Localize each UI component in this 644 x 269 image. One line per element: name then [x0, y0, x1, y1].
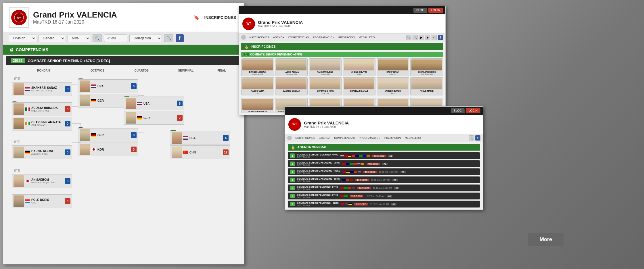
agenda-event-info-1: COMBATE SENIOR FEMENINO -49KG CONTINUING: [297, 153, 338, 158]
agenda-event-name-2: COMBATE SENIOR MASCULINO -80KG: [297, 162, 340, 164]
shahbazi-ov-photo: [344, 78, 374, 89]
overlay1-login-btn[interactable]: LOGIN: [428, 8, 443, 13]
nav2-agenda[interactable]: AGENDA: [318, 136, 331, 140]
division-select[interactable]: Division...: [9, 34, 36, 42]
agenda-row-5: 5 COMBATE SENIOR FEMENINO -57KG CONTINUI…: [288, 185, 480, 191]
agenda-row-4: 4 COMBATE SENIOR MASCULINO -58KG CONTINU…: [288, 176, 480, 183]
agenda-content: 🏅 AGENDA GENERAL 1 COMBATE SENIOR FEMENI…: [285, 142, 483, 210]
agenda-time-3: 09:00 AM - 04:15 PM: [379, 171, 398, 173]
final-b-score: 12: [223, 149, 229, 155]
delegacion-select[interactable]: Delegacion...: [129, 34, 162, 42]
agenda-event-sub-5: CONTINUING: [297, 188, 338, 190]
overlay2-blog-btn[interactable]: BLOG: [451, 108, 465, 113]
rados-photo: [242, 78, 273, 89]
overlay2-login-btn[interactable]: LOGIN: [466, 108, 480, 113]
overlay2-subtitle: MasTKD 16-17 Jan 2020: [304, 125, 349, 128]
more-button[interactable]: More: [528, 233, 564, 246]
nivel-select[interactable]: Nivel...: [68, 34, 90, 42]
brandi-country: Afganistán (71): [242, 73, 273, 75]
nav2-competencias[interactable]: COMPETENCIAS: [333, 136, 356, 140]
charlene-name: CHARLENE AMINATA: [31, 121, 61, 124]
nav-premiacion[interactable]: PREMIACION: [337, 35, 356, 39]
overlay-agenda: BLOG LOGIN WT Grand Prix VALENCIA MasTKD…: [285, 106, 483, 210]
nav2-programacion[interactable]: PROGRAMACION: [358, 136, 382, 140]
round-label-r5: RONDA 5: [12, 69, 75, 72]
nav-inscripciones[interactable]: INSCRIPCIONES: [248, 35, 270, 39]
flag-mini-6: [359, 155, 363, 157]
agenda-row-6: 6 COMBATE SENIOR FEMENINO -67KG CONTINUI…: [288, 193, 480, 199]
overlay1-search3[interactable]: ▶: [419, 35, 424, 40]
an-name: AN SAEBOM: [31, 178, 57, 181]
hadzic-info: HADZIC ALEMA ALE (20 : 0 KG): [31, 149, 53, 155]
agenda-num-1: 1: [290, 153, 295, 158]
print-icon: 🖨: [9, 47, 14, 52]
agenda-event-name-6: COMBATE SENIOR FEMENINO -67KG: [297, 194, 338, 196]
acosta-name: ACOSTA BRISEIDA: [31, 106, 58, 109]
search-button-2[interactable]: 🔍: [164, 34, 173, 42]
overlay1-search5[interactable]: ···: [432, 35, 437, 40]
nav-icon-1: [241, 35, 246, 40]
overlay2-fb[interactable]: f: [475, 135, 480, 141]
overlay2-search[interactable]: 🔍: [469, 135, 474, 141]
pole-info: POLE DORIS CRO: [31, 198, 49, 204]
pole-name: POLE DORIS: [31, 198, 49, 201]
hadoc-name: HADOC ALEMA: [276, 71, 307, 73]
search-button-1[interactable]: 🔍: [93, 34, 102, 42]
agenda-date-1: TUE 3 DEC: [372, 155, 386, 157]
flag-mini-5-3: [348, 187, 351, 189]
hadzic-detail: ALE (20 : 0 KG): [31, 153, 53, 155]
nav-medallero[interactable]: MEDALLERO: [358, 35, 376, 39]
agenda-flags-4: [342, 179, 353, 181]
round-label-semifinal: SEMIFINAL: [164, 69, 208, 72]
overlay1-blog-btn[interactable]: BLOG: [413, 8, 427, 13]
ger-flag-1: [25, 151, 30, 154]
nav2-inscripciones[interactable]: INSCRIPCIONES: [294, 136, 316, 140]
athlete-cad: CAD POLYAN Côte d'...: [377, 58, 409, 76]
atleta-input[interactable]: [104, 34, 127, 42]
cat1-num: 1: [244, 53, 249, 56]
top-right-actions: 🔖 INSCRIPCIONES: [193, 14, 238, 21]
overlay2-nav: INSCRIPCIONES AGENDA COMPETENCIAS PROGRA…: [285, 134, 483, 142]
overlay1-search4[interactable]: ▶: [425, 35, 430, 40]
overlay1-fb[interactable]: f: [438, 35, 443, 40]
nav-agenda[interactable]: AGENDA: [272, 35, 285, 39]
inscripciones-section: 🏅 INSCRIPCIONES: [241, 43, 443, 50]
agenda-date-2: TUE 3 DEC: [367, 163, 380, 165]
overlay1-content: 🏅 INSCRIPCIONES 1 COMBATE SENIOR FEMENIN…: [239, 41, 445, 113]
nav2-medallero[interactable]: MEDALLERO: [404, 136, 422, 140]
castro-photo: [276, 78, 307, 89]
flag-mini-7: [363, 155, 366, 157]
acosta-ov-name: ACOSTA BRISEIDA: [242, 110, 273, 113]
flag-mini-2-1: [342, 163, 346, 165]
oct-2b-score: 0: [131, 147, 137, 152]
mex-flag-1: [25, 107, 30, 111]
cuartos-1a-name: USA: [143, 102, 150, 105]
nav-programacion[interactable]: PROGRAMACION: [312, 35, 336, 39]
charlene-photo: [14, 118, 24, 129]
agenda-num-7: 7: [290, 202, 295, 206]
genero-select[interactable]: Genero...: [39, 34, 65, 42]
player-charlene: CHARLENE AMINATA CÔT.DE.MAR... 0: [12, 117, 72, 130]
inscripciones-button[interactable]: INSCRIPCIONES: [202, 14, 238, 21]
overlay1-search[interactable]: 🔍: [406, 35, 411, 40]
cuartos-player-1a: USA 8: [124, 97, 184, 110]
overlay1-search2[interactable]: 🔍: [413, 35, 418, 40]
athlete-rados: RADOS ULMA CRO: [241, 77, 274, 95]
flag-mini-4-3: [350, 179, 353, 181]
facebook-icon[interactable]: f: [176, 34, 184, 42]
cuartos-1b-photo: [126, 112, 136, 124]
cat1-name: COMBATE SENIOR FEMENINO +67KG: [250, 53, 302, 56]
charlene-score: 0: [65, 121, 70, 126]
match-group-2: 141 ACOSTA BRISEIDA M◉X (25 : 0 KG) 0 CH…: [12, 102, 78, 131]
flag-mini-5: [355, 155, 359, 157]
flag-mini-2: [344, 155, 348, 157]
an-score: 0: [65, 178, 70, 184]
hadzic-name: HADZIC ALEMA: [31, 149, 53, 153]
hadoc-photo: [276, 59, 307, 70]
athlete-vander: VANDER-ZWALM FRA: [377, 77, 409, 95]
oct-1b-name: GER: [97, 99, 104, 102]
nav2-premiacion[interactable]: PREMIACION: [383, 136, 402, 140]
rounds-header: RONDA 5 OCTAVOS CUARTOS SEMIFINAL FINAL: [3, 67, 244, 73]
flag-mini-6-1: [340, 195, 344, 197]
nav-competencias[interactable]: COMPETENCIAS: [287, 35, 310, 39]
